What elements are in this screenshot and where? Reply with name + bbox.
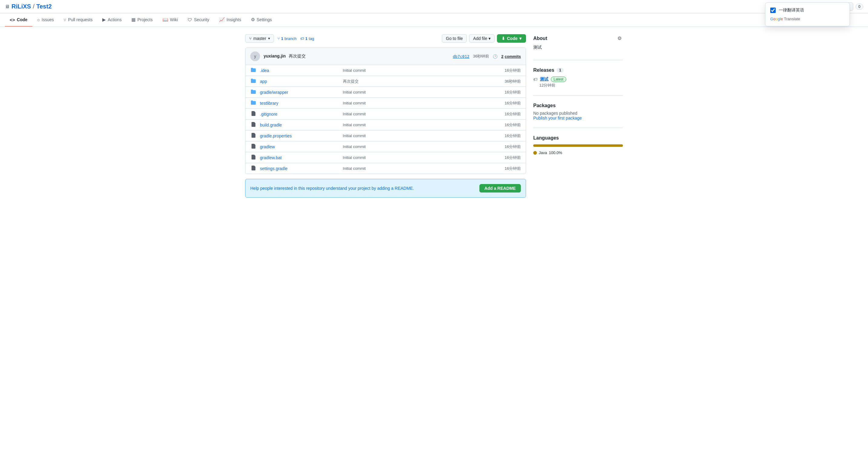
file-time: 16分钟前 <box>505 100 521 106</box>
file-name[interactable]: settings.gradle <box>260 166 339 171</box>
file-commit: 再次提交 <box>343 79 501 84</box>
translate-label: 一律翻译英语 <box>779 7 804 13</box>
file-commit: Initial commit <box>343 144 501 149</box>
tag-icon: 🏷 <box>533 77 537 82</box>
org-link[interactable]: RiLiXS <box>11 3 31 10</box>
projects-icon: ▦ <box>131 17 135 22</box>
file-name[interactable]: gradlew <box>260 144 339 149</box>
file-row: .idea Initial commit 16分钟前 <box>245 65 526 76</box>
file-row: gradle.properties Initial commit 16分钟前 <box>245 130 526 141</box>
main-container: ⑂ master ▾ ⑂ 1 branch 🏷 1 tag Go to file <box>240 27 628 205</box>
repo-link[interactable]: Test2 <box>36 3 52 10</box>
branch-bar: ⑂ master ▾ ⑂ 1 branch 🏷 1 tag Go to file <box>245 34 526 43</box>
file-icon <box>250 166 256 171</box>
folder-icon <box>250 100 256 106</box>
file-row: gradlew.bat Initial commit 16分钟前 <box>245 152 526 163</box>
svg-text:y: y <box>254 54 256 59</box>
tab-insights[interactable]: 📈 Insights <box>214 13 246 27</box>
language-bar <box>533 144 623 147</box>
release-time: 12分钟前 <box>539 83 623 88</box>
about-description: 测试 <box>533 45 623 50</box>
tab-settings[interactable]: ⚙ Settings <box>246 13 277 27</box>
insights-icon: 📈 <box>219 17 225 22</box>
branch-right: Go to file Add file ▾ ⬇ Code ▾ <box>442 34 526 43</box>
file-commit: Initial commit <box>343 123 501 127</box>
download-icon: ⬇ <box>501 36 505 41</box>
branches-link[interactable]: ⑂ 1 branch <box>278 36 297 41</box>
packages-title: Packages <box>533 103 623 108</box>
file-commit: Initial commit <box>343 155 501 160</box>
file-name[interactable]: testlibrary <box>260 101 339 106</box>
actions-icon: ▶ <box>102 17 106 22</box>
file-name[interactable]: build.gradle <box>260 123 339 127</box>
release-item: 🏷 测试 Latest <box>533 77 623 82</box>
gear-button[interactable]: ⚙ <box>616 34 623 42</box>
file-name[interactable]: gradlew.bat <box>260 155 339 160</box>
tab-actions-label: Actions <box>108 17 122 22</box>
file-name[interactable]: gradle.properties <box>260 133 339 138</box>
file-name[interactable]: .gitignore <box>260 112 339 117</box>
language-item: Java 100.0% <box>533 150 623 155</box>
tab-security[interactable]: 🛡 Security <box>183 13 214 27</box>
file-commit: Initial commit <box>343 101 501 105</box>
file-row: app 再次提交 36秒钟前 <box>245 76 526 87</box>
publish-package-link[interactable]: Publish your first package <box>533 116 582 120</box>
tab-projects[interactable]: ▦ Projects <box>126 13 158 27</box>
tab-security-label: Security <box>194 17 210 22</box>
file-name[interactable]: gradle/wrapper <box>260 90 339 95</box>
nav-tabs: <> Code ○ Issues ⑂ Pull requests ▶ Actio… <box>0 13 868 27</box>
commit-hash[interactable]: db7c012 <box>453 54 469 59</box>
sidebar: About ⚙ 测试 Releases 1 🏷 测试 Latest 12分钟前 … <box>533 34 623 198</box>
chevron-down-icon: ▾ <box>268 36 270 40</box>
commits-label: commits <box>505 54 521 59</box>
folder-icon <box>250 79 256 84</box>
tab-wiki[interactable]: 📖 Wiki <box>158 13 183 27</box>
file-name[interactable]: .idea <box>260 68 339 73</box>
tags-link[interactable]: 🏷 1 tag <box>300 36 314 41</box>
folder-icon <box>250 67 256 73</box>
tab-projects-label: Projects <box>137 17 153 22</box>
content-area: ⑂ master ▾ ⑂ 1 branch 🏷 1 tag Go to file <box>245 34 526 198</box>
chevron-down-icon: ▾ <box>489 36 491 41</box>
add-file-button[interactable]: Add file ▾ <box>469 34 495 43</box>
folder-icon <box>250 89 256 95</box>
tab-issues[interactable]: ○ Issues <box>32 13 59 27</box>
file-time: 16分钟前 <box>505 90 521 95</box>
file-time: 16分钟前 <box>505 133 521 139</box>
branch-selector[interactable]: ⑂ master ▾ <box>245 34 274 43</box>
add-readme-button[interactable]: Add a README <box>479 184 521 192</box>
file-icon <box>250 122 256 128</box>
branch-icon: ⑂ <box>249 36 251 41</box>
tab-code[interactable]: <> Code <box>5 13 32 27</box>
branch-left: ⑂ master ▾ ⑂ 1 branch 🏷 1 tag <box>245 34 314 43</box>
tab-pull-requests[interactable]: ⑂ Pull requests <box>59 13 97 27</box>
pull-requests-icon: ⑂ <box>64 17 66 22</box>
commit-message: 再次提交 <box>289 54 306 58</box>
file-icon <box>250 144 256 150</box>
monitor-icon: 🖥 <box>5 4 10 9</box>
about-section: About ⚙ 测试 <box>533 34 623 60</box>
file-time: 16分钟前 <box>505 68 521 73</box>
java-bar <box>533 144 623 147</box>
file-icon <box>250 133 256 139</box>
commits-link[interactable]: 2 commits <box>501 54 521 59</box>
file-row: gradlew Initial commit 16分钟前 <box>245 141 526 152</box>
settings-icon: ⚙ <box>251 17 255 22</box>
translate-checkbox[interactable] <box>770 7 776 13</box>
release-name[interactable]: 测试 <box>540 77 549 82</box>
go-to-file-button[interactable]: Go to file <box>442 34 467 43</box>
issues-icon: ○ <box>37 17 40 22</box>
about-header: About ⚙ <box>533 34 623 42</box>
packages-section: Packages No packages published Publish y… <box>533 103 623 128</box>
file-time: 16分钟前 <box>505 155 521 160</box>
code-button[interactable]: ⬇ Code ▾ <box>497 34 526 43</box>
commit-header: y yuxiang.jin 再次提交 db7c012 36秒钟前 🕐 2 com… <box>245 48 526 65</box>
java-language-percent: 100.0% <box>549 150 562 155</box>
translate-popup: 一律翻译英语 Google Translate <box>765 2 850 26</box>
file-time: 16分钟前 <box>505 111 521 117</box>
file-icon <box>250 155 256 160</box>
file-row: .gitignore Initial commit 16分钟前 <box>245 109 526 120</box>
file-name[interactable]: app <box>260 79 339 84</box>
tab-actions[interactable]: ▶ Actions <box>97 13 126 27</box>
clock-icon: 🕐 <box>493 54 498 59</box>
